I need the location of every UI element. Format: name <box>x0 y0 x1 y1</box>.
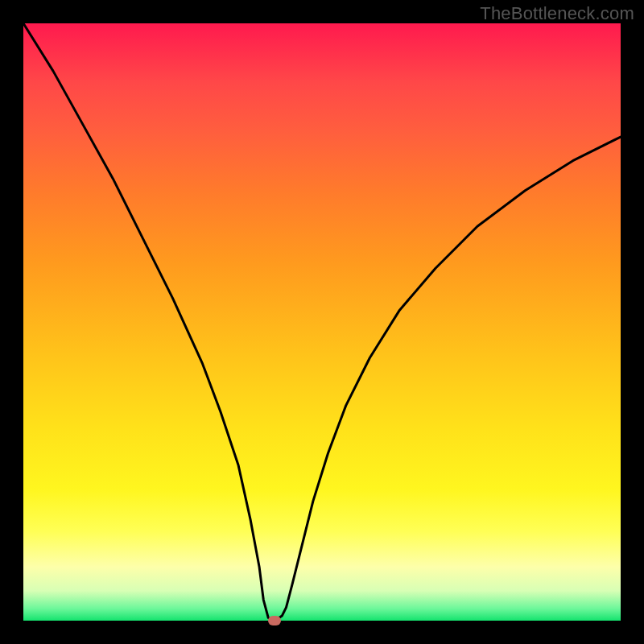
bottleneck-curve-path <box>23 23 621 621</box>
curve-svg <box>23 23 621 621</box>
plot-area <box>23 23 621 621</box>
chart-frame: TheBottleneck.com <box>0 0 644 644</box>
watermark-text: TheBottleneck.com <box>480 3 634 24</box>
optimal-point-marker <box>268 616 281 625</box>
